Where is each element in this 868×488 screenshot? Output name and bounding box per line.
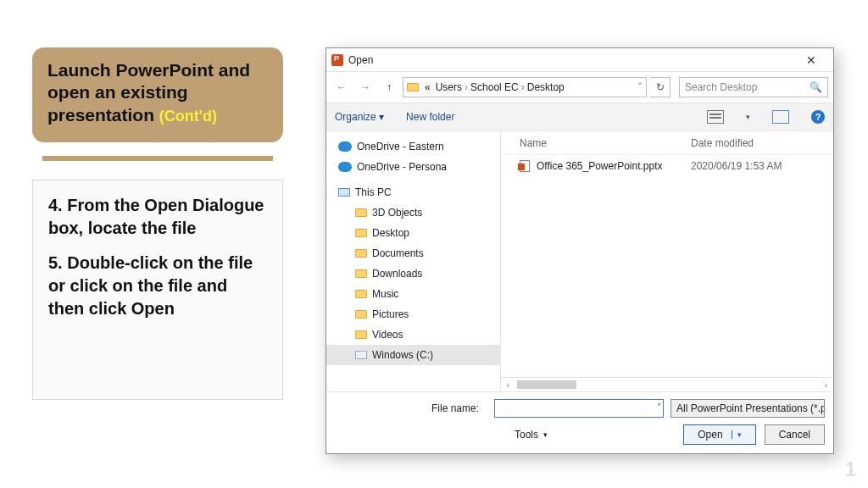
search-icon: 🔍: [810, 81, 822, 93]
preview-pane-icon[interactable]: [772, 110, 789, 124]
tree-downloads[interactable]: Downloads: [326, 263, 500, 284]
cloud-icon: [338, 141, 352, 152]
filename-input[interactable]: ˅: [494, 399, 664, 418]
file-name: Office 365_PowerPoint.pptx: [537, 160, 663, 172]
crumb-users[interactable]: Users: [433, 81, 465, 93]
list-item[interactable]: Office 365_PowerPoint.pptx 2020/06/19 1:…: [501, 155, 833, 177]
tree-music[interactable]: Music: [326, 284, 500, 304]
title-badge: Launch PowerPoint and open an existing p…: [32, 47, 283, 142]
chevron-down-icon[interactable]: ˅: [657, 402, 661, 412]
open-dialog: Open ✕ ← → ↑ « Users › School EC › Deskt…: [326, 47, 834, 454]
organize-menu[interactable]: Organize ▾: [335, 111, 384, 123]
page-number: 1: [845, 458, 856, 481]
folder-icon: [355, 229, 367, 237]
crumb-schoolec[interactable]: School EC: [468, 81, 521, 93]
col-date[interactable]: Date modified: [691, 137, 833, 149]
crumb-desktop[interactable]: Desktop: [525, 81, 567, 93]
file-type-filter[interactable]: All PowerPoint Presentations (*.p ˅: [670, 399, 825, 418]
folder-icon: [355, 310, 367, 319]
tree-pictures[interactable]: Pictures: [326, 304, 500, 324]
horizontal-scrollbar[interactable]: ‹ ›: [501, 377, 833, 391]
chevron-down-icon: ▾: [543, 430, 548, 439]
scroll-left-icon[interactable]: ‹: [501, 380, 515, 390]
file-date: 2020/06/19 1:53 AM: [691, 160, 833, 172]
dialog-footer: File name: ˅ All PowerPoint Presentation…: [326, 391, 833, 453]
tree-onedrive-personal[interactable]: OneDrive - Persona: [326, 157, 500, 177]
step-4: 4. From the Open Dialogue box, locate th…: [48, 194, 267, 240]
cancel-button[interactable]: Cancel: [765, 424, 825, 445]
folder-icon: [355, 269, 367, 278]
scroll-handle[interactable]: [517, 380, 576, 389]
folder-icon: [407, 83, 419, 92]
chevron-down-icon[interactable]: ˅: [637, 81, 643, 93]
scroll-right-icon[interactable]: ›: [819, 380, 833, 390]
pptx-icon: [520, 160, 530, 172]
list-header: Name Date modified: [501, 131, 833, 155]
tree-documents[interactable]: Documents: [326, 243, 500, 263]
breadcrumb[interactable]: « Users › School EC › Desktop ˅: [403, 77, 647, 97]
refresh-button[interactable]: ↻: [650, 77, 670, 97]
step-5: 5. Double-click on the file or click on …: [48, 252, 267, 320]
tree-videos[interactable]: Videos: [326, 324, 500, 345]
search-input[interactable]: Search Desktop 🔍: [679, 77, 828, 97]
view-details-icon[interactable]: [707, 110, 724, 124]
titlebar: Open ✕: [326, 48, 833, 72]
open-button[interactable]: Open▾: [683, 424, 755, 445]
badge-contd: (Cont'd): [159, 108, 217, 125]
instruction-steps: 4. From the Open Dialogue box, locate th…: [32, 180, 283, 400]
tools-menu[interactable]: Tools ▾: [515, 429, 548, 441]
tree-onedrive-eastern[interactable]: OneDrive - Eastern: [326, 136, 500, 157]
tree-this-pc[interactable]: This PC: [326, 182, 500, 202]
folder-icon: [355, 208, 367, 217]
drive-icon: [355, 351, 367, 359]
new-folder-button[interactable]: New folder: [406, 111, 454, 123]
folder-icon: [355, 330, 367, 339]
col-name[interactable]: Name: [501, 137, 691, 149]
folder-icon: [355, 249, 367, 258]
search-placeholder: Search Desktop: [685, 81, 757, 93]
badge-title: Launch PowerPoint and open an existing p…: [47, 60, 250, 125]
help-button[interactable]: ?: [811, 110, 825, 124]
powerpoint-icon: [331, 54, 343, 66]
filename-label: File name:: [335, 402, 487, 414]
close-button[interactable]: ✕: [794, 53, 828, 67]
address-bar: ← → ↑ « Users › School EC › Desktop ˅ ↻ …: [326, 72, 833, 103]
cloud-icon: [338, 162, 352, 172]
crumb-prefix: «: [422, 81, 433, 93]
file-list: Name Date modified Office 365_PowerPoint…: [501, 131, 833, 391]
tree-windows-c[interactable]: Windows (C:): [326, 345, 500, 365]
tree-3d-objects[interactable]: 3D Objects: [326, 202, 500, 223]
forward-button[interactable]: →: [355, 77, 376, 97]
open-split-icon[interactable]: ▾: [732, 430, 742, 439]
chevron-down-icon[interactable]: ▾: [746, 113, 750, 121]
dialog-toolbar: Organize ▾ New folder ▾ ?: [326, 103, 833, 131]
folder-icon: [355, 290, 367, 298]
tree-desktop[interactable]: Desktop: [326, 223, 500, 243]
back-button[interactable]: ←: [331, 77, 352, 97]
nav-tree: OneDrive - Eastern OneDrive - Persona Th…: [326, 131, 501, 391]
dialog-title: Open: [348, 54, 794, 66]
up-button[interactable]: ↑: [379, 77, 399, 97]
divider: [42, 156, 273, 161]
pc-icon: [338, 188, 350, 197]
